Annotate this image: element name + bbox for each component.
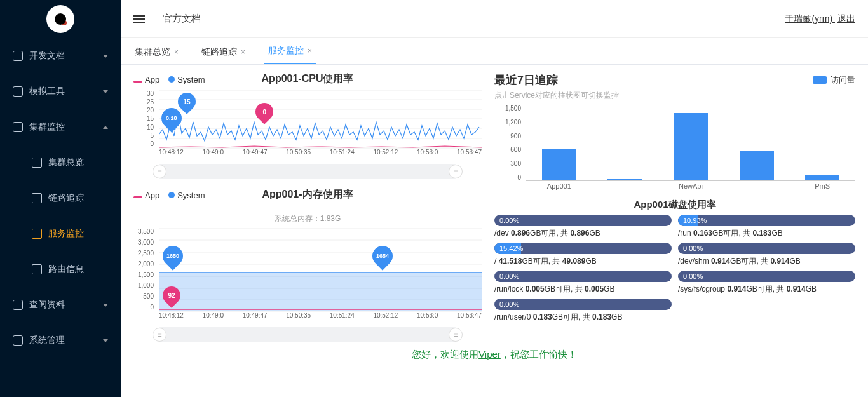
chevron-up-icon [103, 126, 108, 129]
svg-rect-15 [159, 273, 482, 311]
sidebar-item-label: 服务监控 [48, 228, 84, 239]
disk-cell: 0.00%/sys/fs/cgroup 0.914GB可用, 共 0.914GB [678, 271, 855, 295]
sidebar-item-label: 系统管理 [29, 335, 65, 346]
breadcrumb: 官方文档 [163, 13, 201, 25]
mem-title: App001-内存使用率 [133, 188, 482, 201]
tab[interactable]: 链路追踪× [198, 46, 249, 64]
bar-col[interactable] [789, 105, 855, 180]
user-link[interactable]: 于瑞敏(yrm) [785, 13, 835, 24]
topbar: 官方文档 于瑞敏(yrm) 退出 [121, 0, 868, 38]
zoom-handle-right[interactable]: ≡ [449, 165, 463, 178]
sidebar-item-label: 集群总览 [48, 157, 84, 168]
menu-toggle-icon[interactable] [133, 15, 145, 23]
disk-cell: 0.00%/run/user/0 0.183GB可用, 共 0.183GB [494, 299, 672, 323]
track-title: 最近7日追踪 [494, 72, 558, 88]
tabs: 集群总览×链路追踪×服务监控× [121, 38, 868, 65]
mem-sub: 系统总内存：1.83G [133, 213, 482, 224]
logout-link[interactable]: 退出 [837, 13, 855, 24]
close-icon[interactable]: × [241, 48, 245, 57]
chevron-down-icon [103, 90, 108, 93]
sidebar-item-label: 模拟工具 [29, 86, 65, 97]
mem-zoom[interactable]: ≡≡ [159, 327, 456, 342]
zoom-handle-right[interactable]: ≡ [449, 328, 463, 342]
track-sub: 点击Service对应的柱状图可切换监控 [494, 90, 855, 101]
cpu-title: App001-CPU使用率 [133, 72, 482, 86]
bar-col[interactable] [592, 105, 658, 180]
disk-title: App001磁盘使用率 [494, 199, 855, 211]
sidebar-item-label: 链路追踪 [48, 192, 84, 204]
track-legend-label: 访问量 [831, 74, 855, 86]
tab[interactable]: 服务监控× [264, 45, 316, 64]
disk-cell: 0.00%/dev 0.896GB可用, 共 0.896GB [494, 215, 672, 239]
disk-cell: 0.00%/dev/shm 0.914GB可用, 共 0.914GB [678, 243, 855, 267]
nav: 开发文档模拟工具集群监控集群总览链路追踪服务监控路由信息查阅资料系统管理 [0, 38, 121, 397]
chevron-down-icon [103, 339, 108, 342]
disk-cell: 10.93%/run 0.163GB可用, 共 0.183GB [678, 215, 855, 239]
close-icon[interactable]: × [174, 48, 179, 57]
sidebar-item-label: 开发文档 [29, 50, 65, 62]
sidebar: 开发文档模拟工具集群监控集群总览链路追踪服务监控路由信息查阅资料系统管理 [0, 0, 121, 397]
bar-col[interactable] [658, 105, 724, 180]
cpu-xaxis: 10:48:1210:49:010:49:4710:50:3510:51:241… [159, 149, 482, 160]
sidebar-item[interactable]: 系统管理 [0, 323, 121, 358]
sidebar-item[interactable]: 服务监控 [0, 216, 121, 252]
zoom-handle-left[interactable]: ≡ [153, 165, 166, 178]
mem-chart: App System App001-内存使用率 系统总内存：1.83G 3,50… [133, 188, 482, 342]
sidebar-item[interactable]: 链路追踪 [0, 180, 121, 216]
sidebar-item[interactable]: 模拟工具 [0, 74, 121, 109]
cpu-yaxis: 302520151050 [133, 90, 156, 147]
cpu-zoom[interactable]: ≡≡ [159, 164, 456, 179]
bar-col[interactable] [724, 105, 790, 180]
zoom-handle-left[interactable]: ≡ [153, 328, 166, 342]
track-legend-icon [813, 76, 827, 84]
disk-cell: 15.42%/ 41.518GB可用, 共 49.089GB [494, 243, 672, 267]
footer: 您好，欢迎使用Viper，祝您工作愉快！ [133, 349, 855, 361]
tab[interactable]: 集群总览× [131, 46, 182, 64]
chevron-down-icon [103, 304, 108, 307]
sidebar-item-label: 路由信息 [48, 264, 84, 275]
viper-link[interactable]: Viper [478, 349, 501, 360]
sidebar-item[interactable]: 集群监控 [0, 109, 121, 145]
sidebar-item[interactable]: 集群总览 [0, 145, 121, 180]
bar-col[interactable] [526, 105, 592, 180]
mem-yaxis: 3,5003,0002,5002,0001,5001,0005000 [133, 228, 156, 311]
sidebar-item[interactable]: 开发文档 [0, 38, 121, 74]
logo [0, 0, 121, 38]
close-icon[interactable]: × [308, 46, 312, 55]
disk-cell: 0.00%/run/lock 0.005GB可用, 共 0.005GB [494, 271, 672, 295]
disk-grid: 0.00%/dev 0.896GB可用, 共 0.896GB10.93%/run… [494, 215, 855, 323]
mem-xaxis: 10:48:1210:49:010:49:4710:50:3510:51:241… [159, 312, 482, 323]
sidebar-item[interactable]: 查阅资料 [0, 287, 121, 323]
track-barchart[interactable]: 1,5001,2009006003000 App001NewApiPmS [494, 105, 855, 194]
chevron-down-icon [103, 55, 108, 58]
sidebar-item-label: 查阅资料 [29, 299, 65, 311]
cpu-chart: App System App001-CPU使用率 302520151050 1 [133, 72, 482, 179]
sidebar-item-label: 集群监控 [29, 121, 65, 133]
sidebar-item[interactable]: 路由信息 [0, 252, 121, 287]
